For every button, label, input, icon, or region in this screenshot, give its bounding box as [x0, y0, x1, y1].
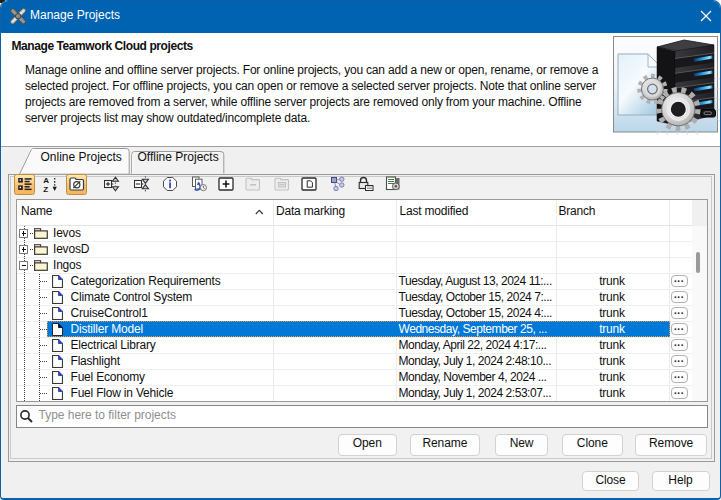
- svg-text:Z: Z: [43, 185, 48, 192]
